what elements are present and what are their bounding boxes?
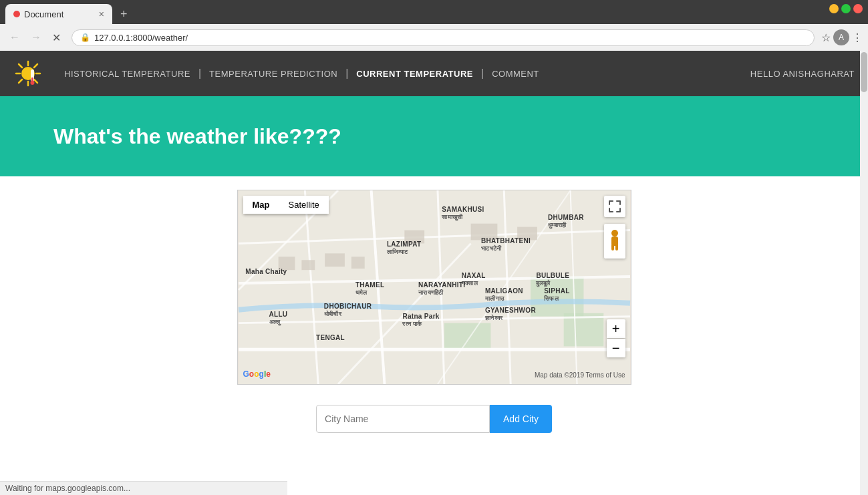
nav-links: HISTORICAL TEMPERATURE | TEMPERATURE PRE… xyxy=(56,67,750,79)
user-avatar[interactable]: A xyxy=(833,29,849,45)
bookmark-icon[interactable]: ☆ xyxy=(821,31,831,44)
nav-user-greeting: HELLO ANISHAGHARAT xyxy=(750,69,855,79)
svg-rect-30 xyxy=(301,260,315,270)
nav-current-temperature[interactable]: CURRENT TEMPERATURE xyxy=(348,69,481,79)
forward-button[interactable]: → xyxy=(27,30,45,45)
svg-rect-32 xyxy=(351,257,364,269)
svg-rect-35 xyxy=(517,227,537,240)
nav-historical-temperature[interactable]: HISTORICAL TEMPERATURE xyxy=(56,69,198,79)
svg-rect-16 xyxy=(444,323,490,350)
browser-menu-icon[interactable]: ⋮ xyxy=(852,31,863,44)
svg-line-8 xyxy=(19,79,22,83)
svg-rect-14 xyxy=(531,277,583,317)
svg-point-36 xyxy=(611,230,618,236)
svg-line-7 xyxy=(34,64,37,67)
map-attribution: Map data ©2019 Terms of Use xyxy=(535,371,625,379)
back-button[interactable]: ← xyxy=(5,30,24,45)
nav-bar: HISTORICAL TEMPERATURE | TEMPERATURE PRE… xyxy=(0,51,868,96)
svg-point-11 xyxy=(31,81,35,85)
url-bar[interactable]: 🔒 127.0.0.1:8000/weather/ xyxy=(71,29,815,46)
map-type-satellite-button[interactable]: Satellite xyxy=(279,196,329,214)
tab-close-icon[interactable]: × xyxy=(99,9,104,19)
svg-rect-39 xyxy=(615,244,618,251)
add-city-button[interactable]: Add City xyxy=(490,405,552,433)
map-type-controls: Map Satellite xyxy=(243,196,329,214)
minimize-button[interactable] xyxy=(829,4,839,13)
map-pegman-icon[interactable] xyxy=(604,224,625,259)
svg-line-6 xyxy=(34,79,37,83)
fullscreen-icon xyxy=(609,200,621,212)
close-button[interactable] xyxy=(853,4,863,13)
map-fullscreen-button[interactable] xyxy=(604,196,625,217)
city-input-section: Add City xyxy=(316,385,552,446)
nav-temperature-prediction[interactable]: TEMPERATURE PREDICTION xyxy=(201,69,345,79)
city-name-input[interactable] xyxy=(316,405,490,433)
map-type-map-button[interactable]: Map xyxy=(243,196,279,214)
scrollbar[interactable] xyxy=(860,51,868,495)
hero-title: What's the weather like???? xyxy=(53,124,341,149)
map-zoom-in-button[interactable]: + xyxy=(607,319,625,338)
scrollbar-thumb[interactable] xyxy=(861,52,867,92)
new-tab-button[interactable]: + xyxy=(115,7,133,21)
map-zoom-controls: + − xyxy=(607,319,625,357)
nav-logo xyxy=(13,59,43,88)
google-logo: Google xyxy=(243,369,271,379)
tab-title: Document xyxy=(24,9,94,19)
nav-comment[interactable]: COMMENT xyxy=(484,69,547,79)
map-svg xyxy=(238,190,631,384)
browser-tab[interactable]: Document × xyxy=(5,4,112,24)
pegman-svg xyxy=(608,229,621,253)
svg-rect-34 xyxy=(470,224,497,240)
svg-rect-38 xyxy=(611,244,614,251)
url-lock-icon: 🔒 xyxy=(80,33,90,42)
svg-rect-31 xyxy=(325,253,345,267)
url-text: 127.0.0.1:8000/weather/ xyxy=(94,33,188,43)
sun-logo-icon xyxy=(13,59,43,88)
map-zoom-out-button[interactable]: − xyxy=(607,339,625,357)
svg-line-5 xyxy=(19,64,22,67)
hero-section: What's the weather like???? xyxy=(0,96,868,176)
maximize-button[interactable] xyxy=(841,4,851,13)
status-text: Waiting for maps.googleapis.com... xyxy=(5,484,130,493)
status-bar: Waiting for maps.googleapis.com... xyxy=(0,481,287,495)
reload-button[interactable]: ✕ xyxy=(48,30,65,45)
svg-rect-33 xyxy=(404,230,424,244)
map-container[interactable]: SAMAKHUSIसामाखुसी DHUMBARधुम्बाराही LAZI… xyxy=(237,190,631,385)
map-section: SAMAKHUSIसामाखुसी DHUMBARधुम्बाराही LAZI… xyxy=(0,176,868,446)
svg-rect-29 xyxy=(278,257,295,270)
